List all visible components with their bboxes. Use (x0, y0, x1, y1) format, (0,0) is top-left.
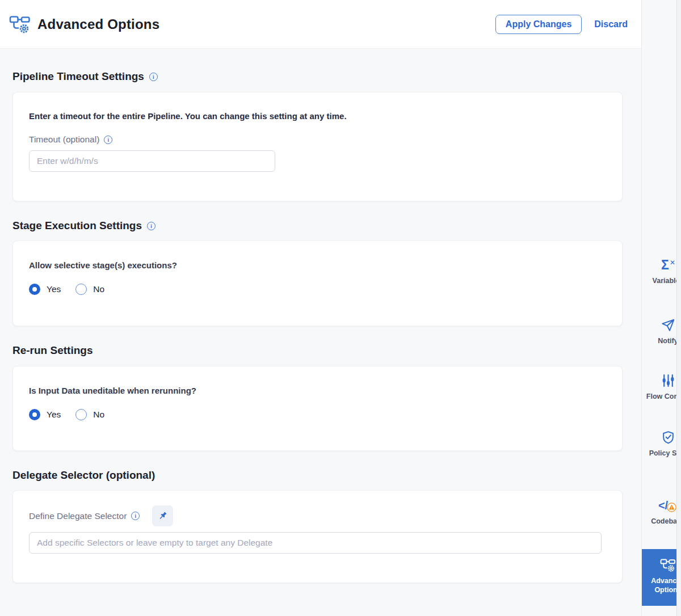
pipeline-config-sidebar: Σ✕ Variables Notify (641, 0, 681, 616)
radio-no-label[interactable]: No (93, 410, 104, 420)
code-warning-icon: </ (658, 498, 678, 513)
info-icon[interactable] (104, 136, 112, 144)
timeout-label: Timeout (optional) (29, 134, 99, 145)
info-icon[interactable] (149, 73, 158, 81)
radio-no[interactable] (75, 284, 87, 295)
sidebar-item-label: Codebase (642, 517, 681, 526)
radio-yes[interactable] (29, 409, 40, 420)
sidebar-item-label: Policy Sets (642, 449, 681, 458)
panel-header: Advanced Options Apply Changes Discard (0, 0, 641, 49)
stage-execution-question: Allow selective stage(s) executions? (29, 260, 606, 270)
radio-yes[interactable] (29, 284, 40, 295)
sidebar-item-notify[interactable]: Notify (642, 317, 681, 346)
apply-changes-button[interactable]: Apply Changes (495, 15, 582, 34)
rerun-question: Is Input Data uneditable when rerunning? (29, 386, 606, 395)
pipeline-flow-gear-icon (9, 15, 31, 34)
rerun-card: Is Input Data uneditable when rerunning?… (12, 366, 623, 451)
sidebar-item-label: Flow Control (642, 393, 681, 402)
sidebar-item-label: Advanced Options (642, 577, 681, 594)
radio-no[interactable] (75, 409, 87, 420)
sigma-x-icon: Σ✕ (661, 258, 675, 272)
radio-yes-label[interactable]: Yes (47, 410, 61, 420)
heading-text: Stage Execution Settings (12, 220, 142, 232)
heading-text: Delegate Selector (optional) (12, 469, 155, 482)
pin-button[interactable] (152, 505, 173, 526)
heading-text: Pipeline Timeout Settings (12, 70, 144, 83)
advanced-options-panel: Advanced Options Apply Changes Discard P… (0, 0, 681, 616)
sidebar-item-codebase[interactable]: </ Codebase (642, 497, 681, 526)
sidebar-item-advanced-options[interactable]: Advanced Options (642, 549, 681, 606)
sidebar-item-policy-sets[interactable]: Policy Sets (642, 429, 681, 458)
discard-link[interactable]: Discard (594, 19, 628, 29)
rerun-heading: Re-run Settings (12, 344, 93, 357)
timeout-description: Enter a timeout for the entire Pipeline.… (29, 111, 606, 121)
delegate-selector-card: Define Delegate Selector (12, 490, 623, 583)
pushpin-icon (157, 510, 169, 522)
shield-check-icon (661, 430, 675, 445)
sidebar-item-variables[interactable]: Σ✕ Variables (642, 256, 681, 286)
delegate-selector-heading: Delegate Selector (optional) (12, 469, 155, 482)
gear-glyph (20, 25, 27, 32)
settings-content: Pipeline Timeout Settings Enter a timeou… (0, 49, 641, 616)
info-icon[interactable] (131, 512, 140, 520)
radio-no-label[interactable]: No (93, 284, 104, 294)
rerun-radio-group: Yes No (29, 409, 606, 420)
scrollbar-track[interactable] (676, 0, 681, 616)
info-icon[interactable] (147, 222, 155, 230)
stage-execution-heading: Stage Execution Settings (12, 220, 155, 232)
sliders-icon (661, 373, 675, 388)
sidebar-item-label: Variables (642, 277, 681, 286)
sidebar-item-label: Notify (642, 337, 681, 346)
pipeline-timeout-heading: Pipeline Timeout Settings (12, 70, 158, 83)
timeout-input[interactable] (29, 150, 275, 172)
sidebar-item-flow-control[interactable]: Flow Control (642, 372, 681, 402)
delegate-selector-input[interactable] (29, 532, 602, 554)
page-title: Advanced Options (37, 16, 159, 32)
stage-execution-card: Allow selective stage(s) executions? Yes… (12, 241, 623, 326)
pipeline-flow-gear-icon (660, 558, 676, 572)
radio-yes-label[interactable]: Yes (47, 284, 61, 294)
stage-execution-radio-group: Yes No (29, 284, 606, 295)
pipeline-timeout-card: Enter a timeout for the entire Pipeline.… (12, 92, 623, 201)
heading-text: Re-run Settings (12, 344, 93, 357)
paper-plane-icon (661, 318, 675, 332)
delegate-label: Define Delegate Selector (29, 511, 127, 521)
